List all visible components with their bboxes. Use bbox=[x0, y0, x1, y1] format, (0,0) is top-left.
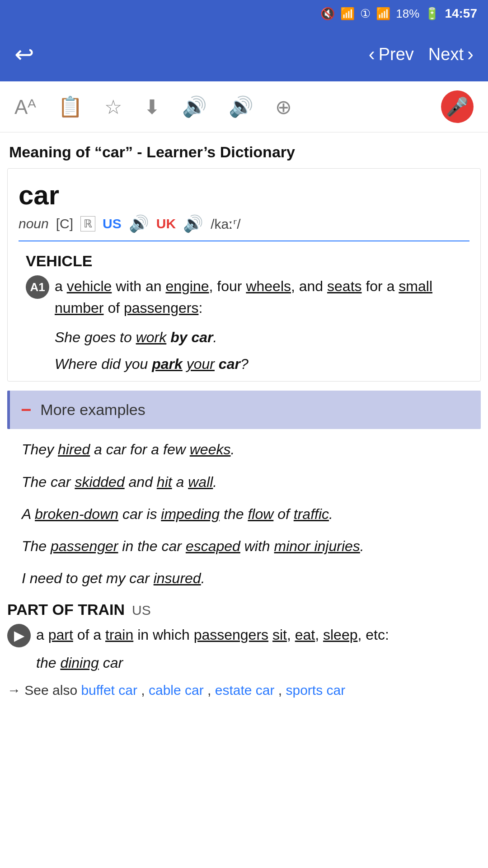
example-1: She goes to work by car. bbox=[55, 326, 462, 349]
see-also-sports-car[interactable]: sports car bbox=[286, 683, 345, 698]
pos-text: noun bbox=[19, 216, 49, 231]
bookmark-icon[interactable]: ☆ bbox=[104, 95, 122, 118]
uk-label: UK bbox=[156, 216, 176, 231]
chevron-right-icon: › bbox=[467, 43, 474, 65]
pos-countable: [C] bbox=[56, 216, 73, 231]
next-button[interactable]: Next › bbox=[428, 43, 474, 65]
chevron-left-icon: ‹ bbox=[369, 43, 375, 65]
mic-button[interactable]: 🎤 bbox=[441, 90, 474, 123]
wifi-icon: 📶 bbox=[340, 7, 355, 21]
level-badge-a1: A1 bbox=[26, 275, 49, 299]
status-time: 14:57 bbox=[445, 6, 477, 21]
section-train-sub: US bbox=[132, 603, 151, 618]
vehicle-definition: a vehicle with an engine, four wheels, a… bbox=[55, 275, 462, 319]
toolbar: Aᴬ 📋 ☆ ⬇ 🔊 🔊 ⊕ 🎤 bbox=[0, 81, 488, 132]
level-badge-arrow: ▶ bbox=[7, 624, 31, 647]
train-example: the dining car bbox=[36, 655, 481, 671]
add-icon[interactable]: ⊕ bbox=[275, 95, 292, 118]
entry-word: car bbox=[19, 179, 469, 211]
entry-box: car noun [C] ℝ US 🔊 UK 🔊 /kaːʳ/ VEHICLE … bbox=[7, 168, 481, 382]
nav-bar: ↩ ‹ Prev Next › bbox=[0, 27, 488, 81]
train-definition-block: ▶ a part of a train in which passengers … bbox=[0, 624, 488, 647]
download-icon[interactable]: ⬇ bbox=[144, 95, 160, 118]
entry-pos-row: noun [C] ℝ US 🔊 UK 🔊 /kaːʳ/ bbox=[19, 214, 469, 233]
entry-divider bbox=[19, 241, 469, 241]
prev-next-nav: ‹ Prev Next › bbox=[369, 43, 474, 65]
vehicle-def-row: A1 a vehicle with an engine, four wheels… bbox=[26, 275, 462, 319]
train-definition: a part of a train in which passengers si… bbox=[36, 624, 389, 646]
next-label: Next bbox=[428, 45, 464, 64]
more-example-3: A broken-down car is impeding the flow o… bbox=[22, 503, 481, 526]
status-icons: 🔇 📶 ① 📶 18% 🔋 14:57 bbox=[320, 6, 477, 21]
prev-label: Prev bbox=[379, 45, 414, 64]
prev-button[interactable]: ‹ Prev bbox=[369, 43, 414, 65]
battery-text: 18% bbox=[396, 7, 419, 21]
section-train: PART OF TRAIN US bbox=[7, 601, 481, 618]
more-example-2: The car skidded and hit a wall. bbox=[22, 471, 481, 494]
see-also-arrow: → bbox=[7, 683, 21, 698]
mic-icon: 🎤 bbox=[446, 96, 469, 118]
copy-icon[interactable]: 📋 bbox=[58, 95, 83, 118]
more-examples-bar[interactable]: − More examples bbox=[7, 391, 481, 429]
signal-icon: 📶 bbox=[376, 7, 390, 21]
see-also: → See also buffet car , cable car , esta… bbox=[7, 679, 481, 702]
uk-sound-icon[interactable]: 🔊 bbox=[183, 214, 203, 233]
more-examples-label: More examples bbox=[40, 401, 145, 419]
more-example-1: They hired a car for a few weeks. bbox=[22, 438, 481, 461]
font-size-icon[interactable]: Aᴬ bbox=[14, 95, 36, 118]
status-bar: 🔇 📶 ① 📶 18% 🔋 14:57 bbox=[0, 0, 488, 27]
more-examples-list: They hired a car for a few weeks. The ca… bbox=[22, 438, 481, 590]
collapse-icon: − bbox=[21, 400, 31, 420]
mute-icon: 🔇 bbox=[320, 7, 335, 21]
page-title: Meaning of “car” - Learner’s Dictionary bbox=[0, 132, 488, 168]
train-def-row: ▶ a part of a train in which passengers … bbox=[7, 624, 481, 647]
us-sound-icon[interactable]: 🔊 bbox=[129, 214, 149, 233]
phonetic: /kaːʳ/ bbox=[211, 216, 240, 232]
example-2: Where did you park your car? bbox=[55, 353, 462, 376]
section-train-label: PART OF TRAIN bbox=[7, 601, 125, 618]
more-example-5: I need to get my car insured. bbox=[22, 567, 481, 590]
us-label: US bbox=[103, 216, 122, 231]
vehicle-examples: She goes to work by car. Where did you p… bbox=[55, 326, 462, 376]
see-also-estate-car[interactable]: estate car bbox=[215, 683, 275, 698]
more-example-4: The passenger in the car escaped with mi… bbox=[22, 535, 481, 558]
sound-us-icon[interactable]: 🔊 bbox=[182, 95, 207, 118]
back-button[interactable]: ↩ bbox=[14, 41, 34, 68]
section-vehicle: VEHICLE bbox=[26, 252, 462, 270]
see-also-buffet-car[interactable]: buffet car bbox=[81, 683, 137, 698]
sound-uk-icon[interactable]: 🔊 bbox=[229, 95, 253, 118]
battery-icon: 🔋 bbox=[425, 7, 439, 21]
vehicle-definition-block: A1 a vehicle with an engine, four wheels… bbox=[19, 275, 469, 376]
sim-icon: ① bbox=[360, 7, 371, 21]
see-also-cable-car[interactable]: cable car bbox=[149, 683, 204, 698]
symbol-box: ℝ bbox=[80, 216, 95, 231]
